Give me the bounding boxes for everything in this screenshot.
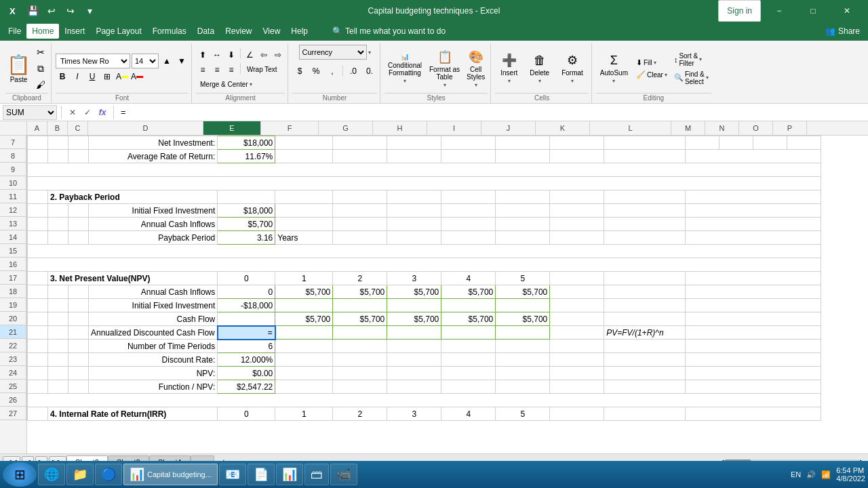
cell-23-B[interactable] bbox=[48, 353, 68, 367]
cell-24-H[interactable] bbox=[387, 367, 441, 380]
cell-18-J[interactable]: $5,700 bbox=[496, 285, 550, 299]
align-left-button[interactable]: ≡ bbox=[196, 63, 210, 77]
cell-7-B[interactable] bbox=[48, 136, 68, 150]
cell-17-L[interactable] bbox=[604, 272, 686, 285]
cell-14-L[interactable] bbox=[604, 231, 686, 245]
font-family-select[interactable]: Times New Ro bbox=[56, 54, 130, 68]
col-header-O[interactable]: O bbox=[739, 121, 773, 135]
menu-data[interactable]: Data bbox=[192, 24, 220, 39]
col-header-D[interactable]: D bbox=[88, 121, 203, 135]
cell-13-K[interactable] bbox=[550, 218, 604, 231]
find-select-button[interactable]: 🔍 Find &Select ▾ bbox=[671, 69, 711, 87]
align-right-button[interactable]: ≡ bbox=[224, 63, 238, 77]
cell-7-P[interactable] bbox=[787, 136, 821, 150]
cell-12-rest[interactable] bbox=[686, 204, 821, 218]
cell-23-K[interactable] bbox=[550, 353, 604, 367]
cell-9-empty[interactable] bbox=[28, 163, 821, 177]
cell-20-H[interactable]: $5,700 bbox=[387, 312, 441, 326]
cell-27-E[interactable]: 0 bbox=[218, 407, 275, 421]
insert-cells-button[interactable]: ➕ Insert ▾ bbox=[495, 50, 523, 87]
cell-12-K[interactable] bbox=[550, 204, 604, 218]
cell-11-J[interactable] bbox=[496, 190, 550, 204]
cell-27-H[interactable]: 3 bbox=[387, 407, 441, 421]
taskbar-ppt[interactable]: 📊 bbox=[276, 464, 303, 485]
cell-20-F[interactable]: $5,700 bbox=[275, 312, 333, 326]
menu-help[interactable]: Help bbox=[285, 24, 313, 39]
row-num-18[interactable]: 18 bbox=[0, 285, 26, 298]
row-num-16[interactable]: 16 bbox=[0, 258, 26, 271]
col-header-L[interactable]: L bbox=[590, 121, 671, 135]
cell-25-H[interactable] bbox=[387, 380, 441, 394]
undo-icon[interactable]: ↩ bbox=[43, 3, 60, 19]
taskbar-pdf[interactable]: 📄 bbox=[248, 464, 275, 485]
formula-input[interactable] bbox=[118, 107, 865, 117]
cell-7-K[interactable] bbox=[550, 136, 604, 150]
cell-22-rest[interactable] bbox=[686, 340, 821, 353]
cell-17-H[interactable]: 3 bbox=[387, 272, 441, 285]
cell-25-D[interactable]: Function / NPV: bbox=[89, 380, 218, 394]
font-size-select[interactable]: 14 bbox=[132, 54, 159, 68]
cell-22-E[interactable]: 6 bbox=[218, 340, 275, 353]
cell-27-I[interactable]: 4 bbox=[441, 407, 496, 421]
cell-21-A[interactable] bbox=[28, 326, 48, 340]
row-num-8[interactable]: 8 bbox=[0, 149, 26, 163]
font-color-button[interactable]: A bbox=[130, 70, 144, 83]
cell-23-A[interactable] bbox=[28, 353, 48, 367]
cell-22-C[interactable] bbox=[68, 340, 89, 353]
cell-22-L[interactable] bbox=[604, 340, 686, 353]
menu-page-layout[interactable]: Page Layout bbox=[90, 24, 146, 39]
cell-24-F[interactable] bbox=[275, 367, 333, 380]
cell-18-L[interactable] bbox=[604, 285, 686, 299]
col-header-A[interactable]: A bbox=[27, 121, 47, 135]
fill-color-button[interactable]: A bbox=[115, 70, 129, 83]
taskbar-files[interactable]: 🗃 bbox=[304, 464, 329, 485]
format-painter-button[interactable]: 🖌 bbox=[33, 77, 48, 92]
row-num-10[interactable]: 10 bbox=[0, 176, 26, 190]
increase-font-button[interactable]: ▲ bbox=[160, 54, 174, 68]
cell-18-I[interactable]: $5,700 bbox=[441, 285, 496, 299]
row-num-15[interactable]: 15 bbox=[0, 244, 26, 258]
cell-13-G[interactable] bbox=[333, 218, 387, 231]
cell-16-empty[interactable] bbox=[28, 258, 821, 272]
cell-21-H[interactable] bbox=[387, 326, 441, 340]
cell-19-rest[interactable] bbox=[686, 299, 821, 312]
copy-button[interactable]: ⧉ bbox=[33, 61, 48, 76]
cell-18-G[interactable]: $5,700 bbox=[333, 285, 387, 299]
cell-13-B[interactable] bbox=[48, 218, 68, 231]
cell-11-A[interactable] bbox=[28, 190, 48, 204]
cell-13-E[interactable]: $5,700 bbox=[218, 218, 275, 231]
conditional-formatting-button[interactable]: 📊 ConditionalFormatting ▾ bbox=[384, 50, 425, 87]
cell-22-K[interactable] bbox=[550, 340, 604, 353]
cell-13-I[interactable] bbox=[441, 218, 496, 231]
cell-24-G[interactable] bbox=[333, 367, 387, 380]
cell-7-O[interactable] bbox=[753, 136, 787, 150]
row-num-20[interactable]: 20 bbox=[0, 312, 26, 325]
taskbar-explorer[interactable]: 📁 bbox=[66, 464, 94, 485]
cell-19-K[interactable] bbox=[550, 299, 604, 312]
cell-19-I[interactable] bbox=[441, 299, 496, 312]
cell-24-A[interactable] bbox=[28, 367, 48, 380]
cell-20-D[interactable]: Cash Flow bbox=[89, 312, 218, 326]
cell-24-K[interactable] bbox=[550, 367, 604, 380]
cell-25-L[interactable] bbox=[604, 380, 686, 394]
format-cells-button[interactable]: ⚙ Format ▾ bbox=[556, 50, 589, 87]
cell-25-K[interactable] bbox=[550, 380, 604, 394]
cell-24-E[interactable]: $0.00 bbox=[218, 367, 275, 380]
cell-24-D[interactable]: NPV: bbox=[89, 367, 218, 380]
cell-23-D[interactable]: Discount Rate: bbox=[89, 353, 218, 367]
cell-12-I[interactable] bbox=[441, 204, 496, 218]
cell-22-G[interactable] bbox=[333, 340, 387, 353]
percent-button[interactable]: % bbox=[309, 64, 323, 79]
sign-in-button[interactable]: Sign in bbox=[718, 0, 761, 22]
cell-11-G[interactable] bbox=[333, 190, 387, 204]
cell-19-D[interactable]: Initial Fixed Investment bbox=[89, 299, 218, 312]
sort-filter-button[interactable]: ↕ Sort &Filter ▾ bbox=[671, 51, 711, 68]
cell-7-E[interactable]: $18,000 bbox=[218, 136, 275, 150]
fill-button[interactable]: ⬇ Fill ▾ bbox=[633, 57, 670, 68]
close-button[interactable]: ✕ bbox=[831, 0, 863, 22]
cell-7-M[interactable] bbox=[686, 136, 719, 150]
cell-27-J[interactable]: 5 bbox=[496, 407, 550, 421]
cell-8-K[interactable] bbox=[550, 150, 604, 163]
cell-11-H[interactable] bbox=[387, 190, 441, 204]
cell-17-B[interactable]: 3. Net Present Value(NPV) bbox=[48, 272, 218, 285]
